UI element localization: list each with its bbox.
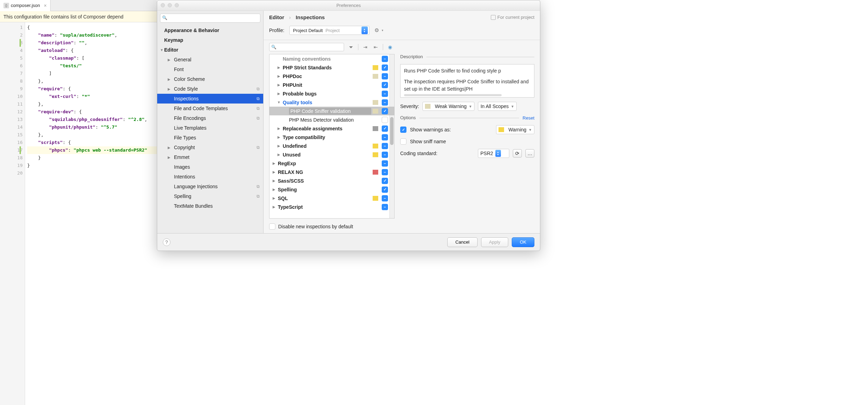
inspection-checkbox[interactable]: ✓: [382, 178, 388, 184]
cancel-button[interactable]: Cancel: [447, 237, 477, 247]
refresh-button[interactable]: ⟳: [513, 149, 522, 158]
help-button[interactable]: ?: [163, 238, 170, 246]
sidebar-item-language-injections[interactable]: Language Injections⧉: [157, 182, 263, 191]
severity-swatch: [373, 126, 378, 131]
show-warnings-combo[interactable]: Warning ▼: [496, 125, 534, 134]
code-editor[interactable]: 1234567891011121314151617181920 { "name"…: [0, 22, 157, 405]
sidebar-item-inspections[interactable]: Inspections⧉: [157, 94, 263, 104]
profile-select[interactable]: Project Default Project ▲▼: [289, 26, 370, 35]
collapse-all-icon[interactable]: ⇤: [372, 44, 379, 51]
editor-tab-composer[interactable]: {} composer.json ×: [0, 0, 51, 11]
tree-row-php-strict-standards[interactable]: ▶PHP Strict Standards✓: [269, 63, 394, 72]
tree-row-replaceable-assignments[interactable]: ▶Replaceable assignments✓: [269, 124, 394, 133]
tree-row-undefined[interactable]: ▶Undefined−: [269, 142, 394, 150]
tree-row-probable-bugs[interactable]: ▶Probable bugs−: [269, 89, 394, 98]
coding-standard-combo[interactable]: PSR2 ▲▼: [478, 149, 509, 158]
tree-row-sql[interactable]: ▶SQL−: [269, 194, 394, 202]
scope-combo[interactable]: In All Scopes ▼: [478, 102, 517, 111]
sidebar-item-file-encodings[interactable]: File Encodings⧉: [157, 113, 263, 123]
reset-icon[interactable]: ◉: [387, 44, 394, 51]
inspection-checkbox[interactable]: ✓: [382, 186, 388, 193]
sidebar-search-input[interactable]: [160, 14, 260, 23]
sidebar-item-file-types[interactable]: File Types: [157, 133, 263, 143]
crumb-editor[interactable]: Editor: [269, 14, 284, 20]
tree-row-type-compatibility[interactable]: ▶Type compatibility−: [269, 133, 394, 142]
inspection-checkbox[interactable]: −: [382, 91, 388, 97]
sidebar-item-color-scheme[interactable]: ▶Color Scheme: [157, 74, 263, 84]
tree-row-regexp[interactable]: ▶RegExp−: [269, 159, 394, 168]
close-icon[interactable]: ×: [44, 3, 47, 8]
sidebar-item-font[interactable]: Font: [157, 64, 263, 74]
inspection-checkbox[interactable]: −: [382, 56, 388, 62]
zoom-window-icon[interactable]: [175, 3, 179, 7]
gear-icon[interactable]: ⚙: [374, 27, 379, 33]
composer-banner: This configuration file contains list of…: [0, 11, 157, 22]
traffic-lights: [161, 3, 179, 7]
show-sniff-checkbox[interactable]: [400, 138, 406, 145]
inspection-checkbox[interactable]: ✓: [382, 125, 388, 132]
code-content[interactable]: { "name": "supla/autodiscover", "descrip…: [25, 22, 157, 405]
sidebar-list[interactable]: Appearance & BehaviorKeymap▼Editor▶Gener…: [157, 25, 263, 233]
inspection-checkbox[interactable]: −: [382, 195, 388, 201]
inspection-checkbox[interactable]: −: [382, 160, 388, 167]
tab-filename: composer.json: [11, 3, 40, 8]
close-window-icon[interactable]: [161, 3, 165, 7]
minimize-window-icon[interactable]: [168, 3, 172, 7]
disable-new-checkbox[interactable]: [269, 223, 275, 230]
tree-row-php-code-sniffer-validation[interactable]: PHP Code Sniffer validation✓: [269, 107, 394, 115]
stepper-icon[interactable]: ▲▼: [495, 150, 501, 157]
tree-row-naming-conventions[interactable]: Naming conventions−: [269, 54, 394, 63]
sidebar-item-code-style[interactable]: ▶Code Style⧉: [157, 84, 263, 94]
tree-row-quality-tools[interactable]: ▼Quality tools−: [269, 98, 394, 107]
inspection-checkbox[interactable]: −: [382, 134, 388, 140]
tree-row-spelling[interactable]: ▶Spelling✓: [269, 185, 394, 194]
sidebar-item-images[interactable]: Images: [157, 162, 263, 172]
desc-scrollbar[interactable]: [404, 94, 502, 96]
inspections-search-input[interactable]: [269, 43, 344, 51]
sidebar-item-appearance-behavior[interactable]: Appearance & Behavior: [157, 25, 263, 35]
tree-row-phpunit[interactable]: ▶PHPUnit✓: [269, 81, 394, 89]
inspection-checkbox[interactable]: ✓: [382, 82, 388, 88]
filter-icon[interactable]: ⏷: [348, 44, 355, 51]
tree-row-relax-ng[interactable]: ▶RELAX NG−: [269, 168, 394, 176]
chevron-right-icon: ›: [289, 14, 291, 20]
tree-row-php-mess-detector-validation[interactable]: PHP Mess Detector validation: [269, 115, 394, 124]
expand-all-icon[interactable]: ⇥: [362, 44, 369, 51]
browse-button[interactable]: …: [525, 149, 534, 158]
sidebar-item-live-templates[interactable]: Live Templates: [157, 123, 263, 133]
description-box: Runs PHP Code Sniffer to find coding sty…: [400, 64, 534, 98]
show-warnings-checkbox[interactable]: ✓: [400, 127, 406, 133]
inspection-checkbox[interactable]: −: [382, 204, 388, 210]
sidebar-item-editor[interactable]: ▼Editor: [157, 45, 263, 55]
inspection-checkbox[interactable]: −: [382, 152, 388, 158]
tree-row-phpdoc[interactable]: ▶PHPDoc−: [269, 72, 394, 81]
inspection-checkbox[interactable]: ✓: [382, 64, 388, 71]
apply-button[interactable]: Apply: [481, 237, 509, 247]
inspections-tree[interactable]: Naming conventions−▶PHP Strict Standards…: [269, 54, 395, 219]
reset-link[interactable]: Reset: [523, 115, 534, 121]
sidebar-item-intentions[interactable]: Intentions: [157, 172, 263, 182]
sidebar-item-keymap[interactable]: Keymap: [157, 35, 263, 45]
inspection-checkbox[interactable]: [382, 117, 388, 123]
desc-line2: The inspection requires PHP Code Sniffer…: [404, 78, 531, 93]
sidebar-item-file-and-code-templates[interactable]: File and Code Templates⧉: [157, 104, 263, 113]
dialog-footer: ? Cancel Apply OK: [157, 233, 540, 251]
ok-button[interactable]: OK: [512, 237, 534, 247]
sidebar-item-textmate-bundles[interactable]: TextMate Bundles: [157, 201, 263, 211]
tree-row-unused[interactable]: ▶Unused−: [269, 150, 394, 159]
inspection-checkbox[interactable]: −: [382, 99, 388, 106]
sidebar-item-emmet[interactable]: ▶Emmet: [157, 152, 263, 162]
project-scope-badge: For current project: [491, 15, 534, 20]
inspection-checkbox[interactable]: −: [382, 169, 388, 175]
sidebar-item-spelling[interactable]: Spelling⧉: [157, 191, 263, 201]
inspection-checkbox[interactable]: −: [382, 73, 388, 79]
inspection-checkbox[interactable]: ✓: [382, 108, 388, 114]
sidebar-item-copyright[interactable]: ▶Copyright⧉: [157, 143, 263, 152]
severity-combo[interactable]: Weak Warning ▼: [422, 102, 474, 111]
tree-row-sass-scss[interactable]: ▶Sass/SCSS✓: [269, 176, 394, 185]
stepper-icon[interactable]: ▲▼: [361, 26, 368, 34]
tree-row-typescript[interactable]: ▶TypeScript−: [269, 202, 394, 211]
inspection-checkbox[interactable]: −: [382, 143, 388, 149]
show-warnings-value: Warning: [508, 127, 526, 132]
sidebar-item-general[interactable]: ▶General: [157, 55, 263, 64]
